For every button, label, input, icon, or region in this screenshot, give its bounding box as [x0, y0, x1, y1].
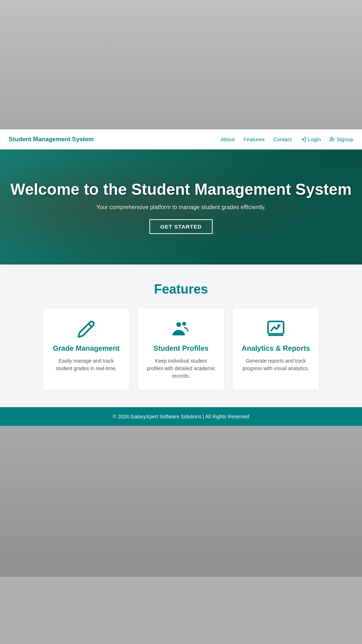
feature-card-profiles: Student Profiles Keep individual student…: [138, 308, 224, 390]
analytics-icon: [266, 320, 285, 339]
signup-icon: [329, 137, 335, 142]
footer-text: © 2024 GalaxyXpert Software Solutions | …: [113, 414, 249, 419]
get-started-button[interactable]: GET STARTED: [149, 219, 213, 234]
navbar-links: About Features Contact Login Signup: [221, 136, 353, 142]
navbar-brand: Student Management System: [9, 136, 94, 143]
bottom-gray-area: [0, 426, 362, 577]
svg-point-4: [176, 322, 181, 327]
hero-title: Welcome to the Student Management System: [10, 180, 352, 199]
hero-subtitle: Your comprehensive platform to manage st…: [10, 204, 352, 211]
student-profiles-title: Student Profiles: [147, 344, 215, 353]
features-grid: Grade Management Easily manage and track…: [14, 308, 348, 390]
student-profiles-desc: Keep individual student profiles with de…: [147, 357, 215, 380]
footer: © 2024 GalaxyXpert Software Solutions | …: [0, 407, 362, 426]
pencil-icon: [77, 320, 96, 339]
features-section: Features Grade Management Easily manage …: [0, 264, 362, 407]
navbar: Student Management System About Features…: [0, 129, 362, 150]
features-title: Features: [14, 282, 348, 297]
hero-content: Welcome to the Student Management System…: [3, 173, 359, 241]
nav-features[interactable]: Features: [243, 136, 265, 142]
hero-section: Welcome to the Student Management System…: [0, 150, 362, 264]
feature-card-grade: Grade Management Easily manage and track…: [43, 308, 129, 390]
nav-contact[interactable]: Contact: [273, 136, 292, 142]
nav-login[interactable]: Login: [301, 136, 321, 142]
feature-card-analytics: Analytics & Reports Generate reports and…: [233, 308, 319, 390]
svg-point-1: [331, 137, 333, 139]
nav-signup[interactable]: Signup: [329, 136, 353, 142]
grade-management-title: Grade Management: [52, 344, 121, 353]
nav-about[interactable]: About: [221, 136, 235, 142]
top-gray-area: [0, 0, 362, 129]
students-icon: [172, 320, 190, 339]
svg-point-5: [182, 322, 186, 326]
analytics-title: Analytics & Reports: [241, 344, 310, 353]
login-icon: [301, 137, 306, 142]
analytics-desc: Generate reports and track progress with…: [241, 357, 310, 372]
grade-management-desc: Easily manage and track student grades i…: [52, 357, 121, 372]
